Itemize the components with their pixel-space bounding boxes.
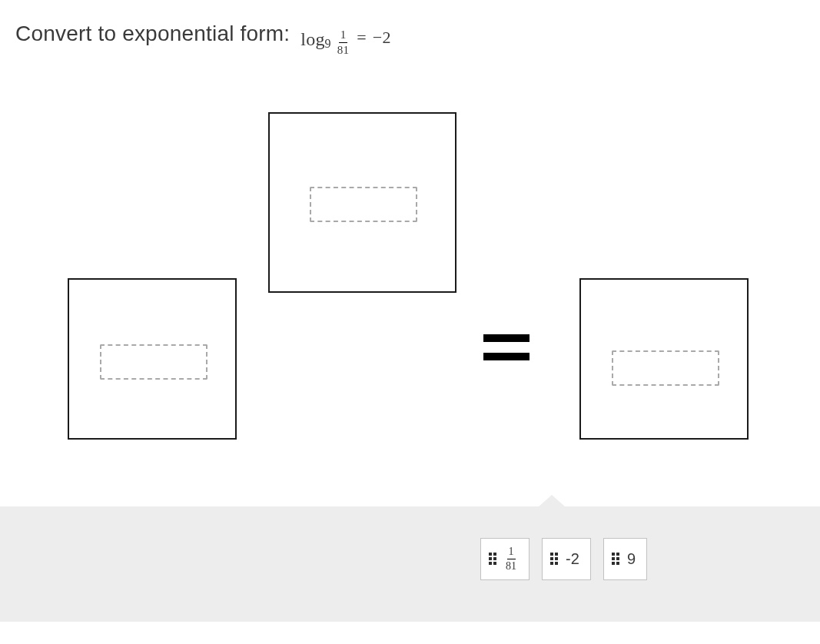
tile-9[interactable]: 9	[603, 538, 647, 580]
expression-stage	[0, 56, 820, 506]
equals-sign	[483, 334, 530, 360]
tile-label: -2	[566, 550, 579, 568]
tile-minus-2[interactable]: -2	[542, 538, 591, 580]
tile-fraction-num: 1	[507, 546, 516, 559]
base-drop-box[interactable]	[68, 278, 237, 440]
drag-grip-icon	[612, 553, 619, 565]
drag-grip-icon	[550, 553, 558, 565]
tile-tray: 1 81 -2 9	[0, 506, 820, 622]
result-drop-box[interactable]	[579, 278, 749, 440]
fraction-denominator: 81	[336, 43, 350, 56]
rhs-value: −2	[373, 28, 391, 48]
drag-grip-icon	[489, 553, 496, 565]
tile-fraction: 1 81	[504, 546, 518, 572]
log-word: log	[300, 29, 324, 50]
equals-top-bar	[483, 334, 530, 342]
fraction-numerator: 1	[339, 29, 348, 43]
tile-label: 1 81	[504, 546, 518, 572]
exponent-drop-box[interactable]	[268, 112, 456, 293]
tile-fraction-1-81[interactable]: 1 81	[480, 538, 530, 580]
prompt-prefix: Convert to exponential form:	[15, 22, 290, 45]
tile-tray-container: 1 81 -2 9	[0, 506, 820, 622]
result-drop-slot[interactable]	[612, 350, 719, 386]
tray-notch	[538, 495, 566, 507]
log-argument-fraction: 1 81	[336, 29, 350, 56]
exponent-drop-slot[interactable]	[310, 187, 417, 222]
prompt-equation: log 9 1 81 = −2	[300, 29, 390, 56]
base-drop-slot[interactable]	[100, 344, 207, 380]
equals-bottom-bar	[483, 353, 530, 360]
tile-fraction-den: 81	[504, 559, 518, 572]
log-base: 9	[325, 37, 331, 51]
equals-symbol: =	[357, 28, 367, 48]
question-prompt: Convert to exponential form: log 9 1 81 …	[0, 0, 820, 56]
tile-label: 9	[627, 550, 636, 568]
